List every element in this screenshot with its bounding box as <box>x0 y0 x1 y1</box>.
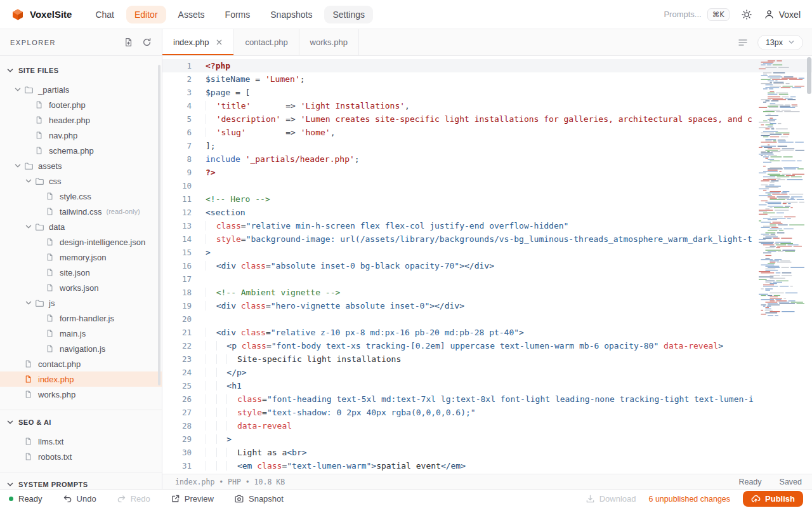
code-line-4[interactable]: 4 'title' => 'Light Installations', <box>162 99 812 112</box>
code-line-30[interactable]: 30 Light as a<br> <box>162 446 812 459</box>
code-line-13[interactable]: 13 class="relative min-h-screen flex fle… <box>162 219 812 232</box>
tree-item-contact-php[interactable]: contact.php <box>0 356 162 371</box>
code-line-24[interactable]: 24 </p> <box>162 366 812 379</box>
tree-item-footer-php[interactable]: footer.php <box>0 97 162 112</box>
code-line-17[interactable]: 17 <box>162 272 812 286</box>
snapshot-button[interactable]: Snapshot <box>234 494 284 504</box>
tab-index-php[interactable]: index.php <box>162 29 234 55</box>
tree-item-site-json[interactable]: site.json <box>0 265 162 280</box>
code-line-23[interactable]: 23 Site-specific light installations <box>162 352 812 366</box>
tree-section-seo-ai: SEO & AIllms.txtrobots.txt <box>0 410 162 472</box>
sidebar-scrollbar[interactable] <box>158 65 160 385</box>
code-line-16[interactable]: 16 <div class="absolute inset-0 bg-black… <box>162 259 812 272</box>
tree-item-schema-php[interactable]: schema.php <box>0 143 162 158</box>
tab-works-php[interactable]: works.php <box>299 29 359 55</box>
code-line-15[interactable]: 15> <box>162 246 812 259</box>
code-line-7[interactable]: 7]; <box>162 139 812 152</box>
redo-button[interactable]: Redo <box>117 494 150 504</box>
editor-scrollbar-thumb[interactable] <box>807 57 811 94</box>
nav-item-chat[interactable]: Chat <box>87 6 122 23</box>
tree-item-label: works.php <box>38 390 75 399</box>
new-file-icon[interactable] <box>124 37 133 47</box>
text-wrap-icon[interactable] <box>738 38 748 47</box>
folder-icon <box>35 298 45 308</box>
code-line-29[interactable]: 29 > <box>162 432 812 446</box>
tree-item-css[interactable]: css <box>0 173 162 189</box>
tree-section-header-system-prompts[interactable]: SYSTEM PROMPTS <box>0 476 162 489</box>
tree-item-works-php[interactable]: works.php <box>0 387 162 402</box>
code-editor[interactable]: 1<?php2$siteName = 'Lumen';3$page = [4 '… <box>162 56 812 474</box>
tree-item-label: navigation.js <box>60 344 105 354</box>
tree-section-header-seo-ai[interactable]: SEO & AI <box>0 414 162 431</box>
tree-item-label: style.css <box>60 192 91 201</box>
code-line-11[interactable]: 11<!-- Hero --> <box>162 192 812 206</box>
tree-item-js[interactable]: js <box>0 295 162 311</box>
font-size-select[interactable]: 13px <box>757 35 803 50</box>
code-line-18[interactable]: 18 <!-- Ambient vignette --> <box>162 286 812 299</box>
code-line-9[interactable]: 9?> <box>162 166 812 179</box>
tree-item-data[interactable]: data <box>0 219 162 234</box>
code-line-10[interactable]: 10 <box>162 179 812 192</box>
theme-toggle-button[interactable] <box>741 9 752 20</box>
tab-contact-php[interactable]: contact.php <box>234 29 299 55</box>
tree-item-memory-json[interactable]: memory.json <box>0 250 162 265</box>
nav-item-snapshots[interactable]: Snapshots <box>262 6 320 23</box>
code-line-20[interactable]: 20 <box>162 312 812 326</box>
close-icon[interactable] <box>216 39 223 46</box>
nav-item-settings[interactable]: Settings <box>324 6 373 23</box>
refresh-icon[interactable] <box>142 37 152 47</box>
minimap[interactable] <box>758 57 804 318</box>
line-number: 7 <box>162 139 192 152</box>
voxelsite-logo-icon <box>11 8 24 21</box>
chevron-down-icon <box>6 418 14 426</box>
tree-item-robots-txt[interactable]: robots.txt <box>0 449 162 464</box>
snapshot-label: Snapshot <box>249 494 284 504</box>
tree-item-header-php[interactable]: header.php <box>0 112 162 128</box>
tree-item-llms-txt[interactable]: llms.txt <box>0 434 162 449</box>
code-line-31[interactable]: 31 <em class="text-lumen-warm">spatial e… <box>162 459 812 472</box>
nav-item-editor[interactable]: Editor <box>126 6 166 23</box>
code-line-22[interactable]: 22 <p class="font-body text-xs tracking-… <box>162 339 812 352</box>
tree-item-style-css[interactable]: style.css <box>0 189 162 204</box>
code-line-6[interactable]: 6 'slug' => 'home', <box>162 126 812 139</box>
code-line-3[interactable]: 3$page = [ <box>162 86 812 99</box>
tree-item-assets[interactable]: assets <box>0 158 162 173</box>
nav-item-assets[interactable]: Assets <box>170 6 213 23</box>
code-line-12[interactable]: 12<section <box>162 206 812 219</box>
chevron-down-icon <box>788 39 795 46</box>
prompts-button[interactable]: Prompts... ⌘K <box>664 8 729 21</box>
code-line-19[interactable]: 19 <div class="hero-vignette absolute in… <box>162 299 812 312</box>
tree-item-design-intelligence-json[interactable]: design-intelligence.json <box>0 234 162 250</box>
tree-item-works-json[interactable]: works.json <box>0 280 162 295</box>
code-line-8[interactable]: 8include '_partials/header.php'; <box>162 152 812 166</box>
tree-item-label: nav.php <box>49 131 77 140</box>
tree-item-partials[interactable]: _partials <box>0 82 162 97</box>
code-line-5[interactable]: 5 'description' => 'Lumen creates site-s… <box>162 112 812 126</box>
code-line-26[interactable]: 26 class="font-heading text-5xl md:text-… <box>162 392 812 406</box>
code-line-2[interactable]: 2$siteName = 'Lumen'; <box>162 72 812 86</box>
code-line-25[interactable]: 25 <h1 <box>162 379 812 392</box>
undo-label: Undo <box>77 494 96 504</box>
preview-button[interactable]: Preview <box>171 494 214 504</box>
tree-item-form-handler-js[interactable]: form-handler.js <box>0 311 162 326</box>
code-line-1[interactable]: 1<?php <box>162 59 812 72</box>
user-menu[interactable]: Voxel <box>764 9 801 20</box>
tree-item-main-js[interactable]: main.js <box>0 326 162 341</box>
undo-button[interactable]: Undo <box>63 494 96 504</box>
download-button[interactable]: Download <box>586 494 636 504</box>
tree-item-navigation-js[interactable]: navigation.js <box>0 341 162 356</box>
tree-item-label: footer.php <box>49 100 86 110</box>
code-line-14[interactable]: 14 style="background-image: url(/assets/… <box>162 232 812 246</box>
code-lines: 1<?php2$siteName = 'Lumen';3$page = [4 '… <box>162 59 812 472</box>
publish-button[interactable]: Publish <box>743 491 803 507</box>
code-line-28[interactable]: 28 data-reveal <box>162 419 812 432</box>
tree-item-nav-php[interactable]: nav.php <box>0 128 162 143</box>
tree-item-tailwind-css[interactable]: tailwind.css(read-only) <box>0 204 162 219</box>
unpublished-changes-link[interactable]: 6 unpublished changes <box>648 495 730 504</box>
tree-section-header-site-files[interactable]: SITE FILES <box>0 62 162 79</box>
code-line-21[interactable]: 21 <div class="relative z-10 px-8 md:px-… <box>162 326 812 339</box>
code-line-27[interactable]: 27 style="text-shadow: 0 2px 40px rgba(0… <box>162 406 812 419</box>
nav-item-forms[interactable]: Forms <box>217 6 259 23</box>
tree-item-index-php[interactable]: index.php <box>0 371 162 387</box>
brand[interactable]: VoxelSite <box>11 8 72 21</box>
